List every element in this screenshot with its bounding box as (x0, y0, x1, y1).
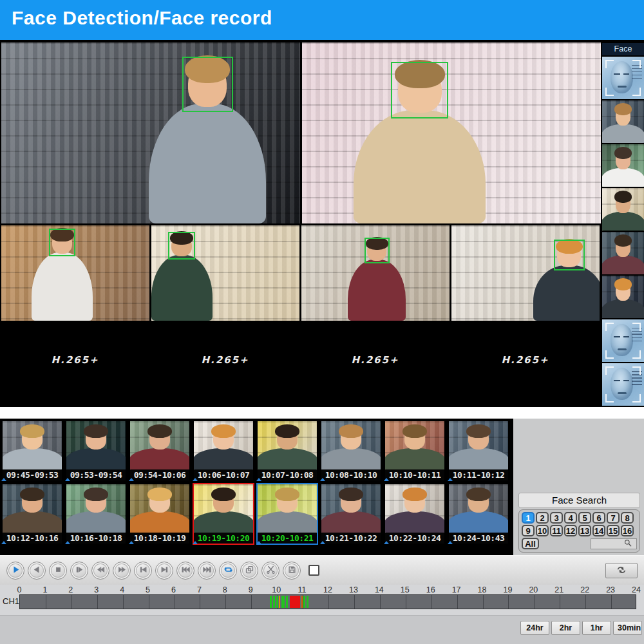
codec-label: H.265+ (0, 321, 150, 407)
channel-button-5[interactable]: 5 (578, 512, 591, 524)
hour-tick (149, 595, 149, 609)
reverse-play-button[interactable] (28, 562, 46, 580)
channel-button-4[interactable]: 4 (564, 512, 577, 524)
cell-marker (320, 541, 325, 544)
fast-forward-button[interactable] (113, 562, 131, 580)
face-record-thumbnail[interactable]: 10:10-10:11 (384, 420, 446, 482)
face-search-button[interactable] (591, 538, 637, 549)
face-thumbnail-dark-haired-man[interactable] (602, 188, 644, 231)
range-button-30min[interactable]: 30min (613, 621, 642, 635)
face-record-thumbnail[interactable]: 10:11-10:12 (448, 420, 509, 482)
face-record-thumbnail[interactable]: 10:07-10:08 (256, 420, 318, 482)
recording-segment (270, 596, 272, 608)
record-time-range: 10:22-10:24 (385, 533, 444, 544)
camera-blonde-shopper-woman[interactable] (451, 225, 600, 321)
channel-all-button[interactable]: All (522, 538, 539, 549)
play-button[interactable] (6, 562, 24, 580)
hour-label: 14 (375, 585, 384, 594)
channel-button-7[interactable]: 7 (607, 512, 620, 524)
banner: Face Detection/Face record (0, 0, 644, 40)
record-time-range: 09:54-10:06 (130, 469, 189, 480)
hour-tick (508, 595, 509, 609)
timeline-bar[interactable] (19, 594, 636, 609)
prev-file-button[interactable] (134, 562, 152, 580)
face-record-thumbnail[interactable]: 10:20-10:21 (256, 483, 318, 545)
channel-button-3[interactable]: 3 (550, 512, 563, 524)
face-thumbnail-long-haired-woman[interactable] (602, 232, 644, 274)
face-record-thumbnail[interactable]: 10:08-10:10 (320, 420, 382, 482)
hour-label: 15 (401, 585, 410, 594)
channel-button-15[interactable]: 15 (607, 525, 620, 536)
record-time-range: 10:20-10:21 (258, 533, 317, 544)
recording-segment (279, 596, 280, 608)
next-file-button[interactable] (155, 562, 173, 580)
face-record-thumbnail[interactable]: 09:54-10:06 (129, 420, 191, 482)
last-record-icon (202, 565, 212, 576)
multi-screen-button[interactable] (240, 562, 258, 580)
cell-marker (1, 541, 6, 544)
face-record-thumbnail[interactable]: 10:12-10:16 (1, 483, 63, 545)
channel-button-10[interactable]: 10 (536, 525, 549, 536)
hour-tick (406, 595, 406, 609)
face-detection-box (554, 240, 585, 270)
face-record-thumbnail[interactable]: 10:21-10:22 (320, 483, 382, 545)
camera-market-woman[interactable] (301, 225, 450, 321)
range-button-2hr[interactable]: 2hr (551, 621, 580, 635)
reverse-play-icon (32, 565, 42, 576)
hour-tick (200, 595, 200, 609)
camera-freezer-aisle-man[interactable] (1, 43, 300, 223)
face-record-thumbnail[interactable]: 10:06-10:07 (193, 420, 254, 482)
loop-button[interactable] (219, 562, 237, 580)
select-checkbox[interactable] (308, 565, 319, 576)
rewind-button[interactable] (91, 562, 109, 580)
nvr-face-detection-screen: Face Detection/Face record H.265+H.265+H… (0, 0, 644, 644)
face-record-thumbnail[interactable]: 10:16-10:18 (65, 483, 127, 545)
camera-row-large (1, 43, 601, 223)
channel-button-13[interactable]: 13 (578, 525, 591, 536)
channel-button-16[interactable]: 16 (621, 525, 634, 536)
face-record-thumbnail[interactable]: 10:19-10:20 (193, 483, 254, 545)
channel-button-1[interactable]: 1 (522, 512, 535, 524)
channel-button-12[interactable]: 12 (564, 525, 577, 536)
channel-button-9[interactable]: 9 (522, 525, 535, 536)
hour-label: 18 (478, 585, 487, 594)
first-record-button[interactable] (176, 562, 194, 580)
hour-label: 3 (94, 585, 99, 594)
channel-button-6[interactable]: 6 (592, 512, 605, 524)
face-record-thumbnail[interactable]: 10:18-10:19 (129, 483, 191, 545)
face-thumbnail-face-scan-match[interactable] (602, 319, 644, 362)
stop-button[interactable] (49, 562, 67, 580)
channel-button-14[interactable]: 14 (592, 525, 605, 536)
channel-swap-button[interactable] (605, 563, 638, 578)
face-record-thumbnail[interactable]: 09:53-09:54 (65, 420, 127, 482)
cell-marker (65, 478, 70, 481)
face-record-thumbnail[interactable]: 10:22-10:24 (384, 483, 446, 545)
face-thumbnail-curly-boy[interactable] (602, 100, 644, 143)
face-thumbnail-smiling-woman[interactable] (602, 144, 644, 187)
face-thumbnail-face-scan-match[interactable] (602, 57, 644, 99)
face-record-results: 09:45-09:5309:53-09:5409:54-10:0610:06-1… (0, 419, 513, 555)
channel-button-11[interactable]: 11 (550, 525, 563, 536)
cell-marker (65, 541, 70, 544)
face-thumbnail-face-scan-match[interactable] (602, 363, 644, 406)
face-snapshot (3, 421, 62, 469)
camera-green-sweater-man[interactable] (151, 225, 299, 321)
step-play-button[interactable] (70, 562, 88, 580)
range-button-24hr[interactable]: 24hr (520, 621, 549, 635)
channel-button-8[interactable]: 8 (621, 512, 634, 524)
cut-button[interactable] (261, 562, 279, 580)
save-button[interactable] (283, 562, 301, 580)
face-snapshot (321, 484, 381, 533)
face-record-thumbnail[interactable]: 10:24-10:43 (448, 483, 509, 545)
hour-label: 4 (120, 585, 124, 594)
hour-label: 7 (197, 585, 202, 594)
range-button-1hr[interactable]: 1hr (582, 621, 611, 635)
channel-button-2[interactable]: 2 (536, 512, 549, 524)
face-record-thumbnail[interactable]: 09:45-09:53 (1, 420, 63, 482)
face-thumbnail-red-haired-woman[interactable] (602, 276, 644, 318)
bottom-strip: 24hr2hr1hr30min (0, 615, 644, 644)
hour-tick (225, 595, 226, 609)
camera-dairy-aisle-man[interactable] (302, 43, 601, 223)
camera-basket-woman[interactable] (1, 225, 149, 321)
last-record-button[interactable] (198, 562, 216, 580)
